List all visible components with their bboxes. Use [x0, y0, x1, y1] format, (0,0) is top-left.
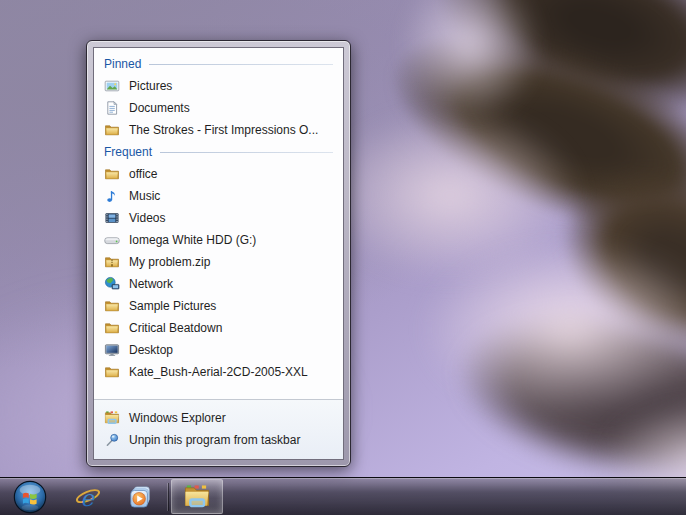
section-header-label: Frequent — [104, 145, 152, 159]
folder-icon — [104, 320, 120, 336]
svg-text:e: e — [80, 484, 95, 510]
jumplist-item-label: Kate_Bush-Aerial-2CD-2005-XXL — [129, 365, 308, 379]
jumplist-item[interactable]: Unpin this program from taskbar — [94, 429, 343, 451]
jumplist-item-label: Sample Pictures — [129, 299, 216, 313]
jumplist-item[interactable]: Desktop — [94, 339, 343, 361]
jumplist-footer: Windows ExplorerUnpin this program from … — [94, 400, 343, 459]
taskbar: e — [0, 477, 686, 515]
jumplist-window: PinnedPicturesDocumentsThe Strokes - Fir… — [86, 40, 351, 467]
jumplist-body: PinnedPicturesDocumentsThe Strokes - Fir… — [94, 48, 343, 399]
jumplist-item-label: Music — [129, 189, 160, 203]
jumplist-item[interactable]: Iomega White HDD (G:) — [94, 229, 343, 251]
documents-icon — [104, 100, 120, 116]
music-icon — [104, 188, 120, 204]
jumplist-item[interactable]: Critical Beatdown — [94, 317, 343, 339]
section-header-rule — [149, 64, 333, 65]
jumplist-item-label: Critical Beatdown — [129, 321, 222, 335]
windows-explorer-icon — [104, 410, 120, 426]
jumplist-item[interactable]: Documents — [94, 97, 343, 119]
windows-start-icon — [13, 480, 47, 514]
folder-icon — [104, 122, 120, 138]
folder-icon — [104, 298, 120, 314]
jumplist-item[interactable]: The Strokes - First Impressions O... — [94, 119, 343, 141]
folder-icon — [104, 166, 120, 182]
section-header-rule — [160, 152, 333, 153]
jumplist-item-label: Desktop — [129, 343, 173, 357]
jumplist-item[interactable]: My problem.zip — [94, 251, 343, 273]
jumplist-item-label: Pictures — [129, 79, 172, 93]
start-button[interactable] — [8, 479, 52, 514]
media-player-icon — [126, 483, 154, 511]
desktop-icon — [104, 342, 120, 358]
explorer-taskbar-icon — [183, 483, 211, 511]
jumplist-item[interactable]: Pictures — [94, 75, 343, 97]
unpin-icon — [104, 432, 120, 448]
drive-icon — [104, 232, 120, 248]
jumplist-item-label: Network — [129, 277, 173, 291]
jumplist-item-label: My problem.zip — [129, 255, 210, 269]
jumplist-section-header: Frequent — [94, 141, 343, 163]
jumplist-panel: PinnedPicturesDocumentsThe Strokes - Fir… — [93, 47, 344, 460]
jumplist-item[interactable]: office — [94, 163, 343, 185]
jumplist-item-label: office — [129, 167, 157, 181]
jumplist-item[interactable]: Network — [94, 273, 343, 295]
jumplist-item-label: Documents — [129, 101, 190, 115]
windows-media-player-button[interactable] — [114, 479, 166, 514]
internet-explorer-icon: e — [74, 483, 102, 511]
zip-icon — [104, 254, 120, 270]
jumplist-section-header: Pinned — [94, 53, 343, 75]
windows-explorer-button[interactable] — [171, 479, 223, 514]
taskbar-divider — [167, 483, 168, 511]
videos-icon — [104, 210, 120, 226]
network-icon — [104, 276, 120, 292]
jumplist-item-label: The Strokes - First Impressions O... — [129, 123, 318, 137]
jumplist-item[interactable]: Kate_Bush-Aerial-2CD-2005-XXL — [94, 361, 343, 383]
folder-icon — [104, 364, 120, 380]
jumplist-item[interactable]: Music — [94, 185, 343, 207]
section-header-label: Pinned — [104, 57, 141, 71]
jumplist-item-label: Windows Explorer — [129, 411, 226, 425]
pictures-icon — [104, 78, 120, 94]
jumplist-item[interactable]: Windows Explorer — [94, 407, 343, 429]
taskbar-buttons: e — [0, 478, 686, 515]
jumplist-item-label: Iomega White HDD (G:) — [129, 233, 256, 247]
jumplist-item-label: Videos — [129, 211, 165, 225]
jumplist-item[interactable]: Sample Pictures — [94, 295, 343, 317]
internet-explorer-button[interactable]: e — [62, 479, 114, 514]
jumplist-item-label: Unpin this program from taskbar — [129, 433, 300, 447]
jumplist-item[interactable]: Videos — [94, 207, 343, 229]
